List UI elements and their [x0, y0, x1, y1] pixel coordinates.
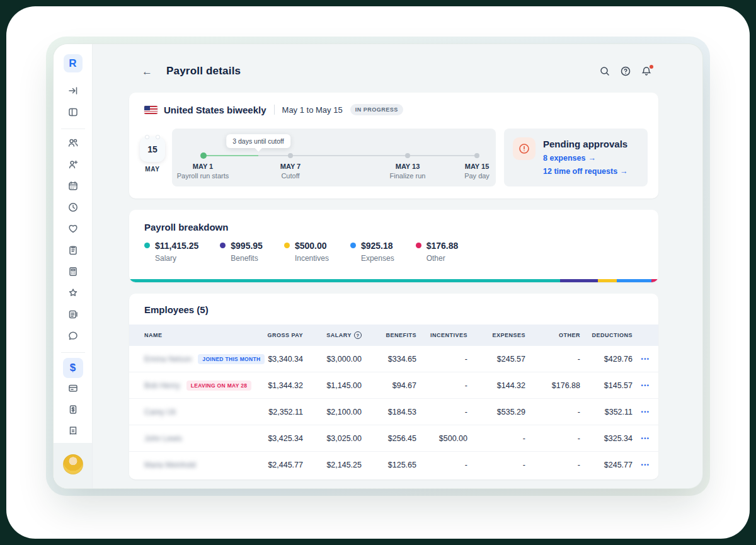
- sidebar-item-calendar[interactable]: [63, 177, 83, 197]
- cell-gross: $2,352.11: [264, 408, 303, 416]
- card-icon: [67, 382, 79, 396]
- timeoff-approvals-link[interactable]: 12 time off requests→: [543, 167, 628, 176]
- sidebar-item-tasks[interactable]: [63, 241, 83, 261]
- employee-name-redacted: John Lewis: [144, 434, 182, 443]
- column-header-other[interactable]: OTHER: [525, 332, 580, 338]
- pending-approvals-title: Pending approvals: [543, 139, 627, 149]
- table-row[interactable]: Carey Uti $2,352.11 $2,100.00 $184.53 - …: [129, 399, 658, 425]
- expenses-approvals-link[interactable]: 8 expenses→: [543, 154, 596, 163]
- column-header-benefits[interactable]: BENEFITS: [362, 332, 416, 338]
- main-area: ← Payroll details United States biweekly…: [93, 44, 702, 488]
- sidebar-item-star[interactable]: [63, 284, 83, 304]
- column-header-incentives[interactable]: INCENTIVES: [416, 332, 467, 338]
- cell-other: -: [525, 461, 580, 469]
- sidebar-item-payments[interactable]: [63, 379, 83, 399]
- cell-gross: $3,340.34: [264, 355, 303, 364]
- row-more-actions-icon[interactable]: •••: [633, 462, 658, 468]
- run-period: May 1 to May 15: [282, 105, 343, 115]
- cell-gross: $3,425.34: [264, 434, 303, 443]
- column-header-gross-pay[interactable]: GROSS PAY: [264, 332, 303, 338]
- bar-segment-expenses: [617, 279, 651, 282]
- bar-segment-benefits: [560, 279, 598, 282]
- cell-salary: $2,100.00: [303, 408, 362, 416]
- column-header-name[interactable]: NAME: [129, 332, 264, 338]
- payroll-run-card: United States biweekly May 1 to May 15 I…: [129, 93, 658, 198]
- column-header-salary[interactable]: SALARY ?: [303, 331, 362, 339]
- row-more-actions-icon[interactable]: •••: [633, 356, 658, 362]
- cell-incentives: -: [416, 355, 467, 364]
- sidebar-item-add-member[interactable]: [63, 156, 83, 176]
- run-title: United States biweekly: [164, 105, 266, 115]
- cell-incentives: -: [416, 381, 467, 390]
- pending-approvals-panel: Pending approvals 8 expenses→ 12 time of…: [504, 129, 648, 186]
- add-member-icon: [67, 159, 79, 173]
- legend-label: Other: [427, 254, 459, 263]
- back-button[interactable]: ←: [142, 66, 152, 77]
- column-header-expenses[interactable]: EXPENSES: [467, 332, 525, 338]
- app-logo[interactable]: R: [64, 54, 83, 72]
- clipboard-icon: [67, 244, 79, 258]
- sidebar-item-documents[interactable]: [63, 306, 83, 326]
- app-window: R: [54, 44, 702, 488]
- clock-icon: [67, 202, 79, 215]
- table-row[interactable]: John Lewis $3,425.34 $3,025.00 $256.45 $…: [129, 425, 658, 452]
- sidebar-item-benefits[interactable]: [63, 220, 83, 240]
- sidebar-footer: [54, 443, 92, 488]
- row-more-actions-icon[interactable]: •••: [633, 382, 658, 389]
- legend-label: Expenses: [361, 254, 394, 263]
- row-more-actions-icon[interactable]: •••: [633, 409, 658, 415]
- user-avatar[interactable]: [63, 454, 83, 474]
- cell-deductions: $429.76: [580, 355, 633, 364]
- notifications-bell-icon[interactable]: [641, 66, 652, 77]
- joined-badge: JOINED THIS MONTH: [198, 354, 265, 364]
- legend-item-expenses: $925.18 Expenses: [350, 240, 394, 263]
- search-icon[interactable]: [599, 66, 610, 77]
- milestone-dot-cutoff: [288, 153, 293, 158]
- dollar-icon: $: [70, 362, 76, 374]
- table-row[interactable]: Bob Henry LEAVING ON MAY 28 $1,344.32 $1…: [129, 372, 658, 399]
- table-row[interactable]: Emma Nelson JOINED THIS MONTH $3,340.34 …: [129, 346, 658, 372]
- help-icon[interactable]: [620, 66, 631, 77]
- link-label: 12 time off requests: [543, 167, 617, 176]
- arrow-right-icon: →: [588, 154, 596, 163]
- sidebar-item-expenses[interactable]: [63, 422, 83, 442]
- column-header-deductions[interactable]: DEDUCTIONS: [580, 332, 633, 338]
- cell-expenses: $245.57: [467, 355, 525, 364]
- milestone-date: MAY 7: [280, 163, 301, 170]
- employees-card: Employees (5) NAME GROSS PAY SALARY ? BE…: [129, 294, 658, 479]
- sidebar-item-log-in[interactable]: [63, 82, 83, 102]
- sidebar-item-invoices[interactable]: [63, 401, 83, 421]
- cell-benefits: $184.53: [362, 408, 416, 416]
- salary-help-icon[interactable]: ?: [354, 331, 362, 339]
- column-label: SALARY: [326, 332, 352, 338]
- cell-salary: $3,000.00: [303, 355, 362, 364]
- sidebar-item-team[interactable]: [63, 134, 83, 154]
- chat-icon: [67, 330, 79, 344]
- sidebar-item-payroll[interactable]: $: [63, 358, 83, 378]
- cell-salary: $1,145.00: [303, 381, 362, 390]
- employee-name-redacted: Bob Henry: [144, 381, 180, 390]
- cell-other: -: [525, 408, 580, 416]
- legend-item-incentives: $500.00 Incentives: [284, 240, 329, 263]
- sidebar-item-calculator[interactable]: [63, 263, 83, 283]
- legend-dot-other: [416, 243, 421, 248]
- cell-benefits: $256.45: [362, 434, 416, 443]
- milestone-label: Cutoff: [280, 172, 301, 180]
- cell-benefits: $94.67: [362, 381, 416, 390]
- page-content: United States biweekly May 1 to May 15 I…: [129, 83, 658, 479]
- bar-segment-other: [651, 279, 658, 282]
- milestone-dot-payday: [474, 153, 479, 158]
- sidebar-item-time[interactable]: [63, 198, 83, 219]
- alert-icon: [513, 137, 536, 160]
- sidebar-item-panel[interactable]: [63, 103, 83, 123]
- employee-name-redacted: Maria Meinhold: [144, 461, 196, 469]
- sidebar-item-messages[interactable]: [63, 327, 83, 347]
- row-more-actions-icon[interactable]: •••: [633, 435, 658, 442]
- table-row[interactable]: Maria Meinhold $2,445.77 $2,145.25 $125.…: [129, 452, 658, 478]
- cell-expenses: -: [467, 461, 525, 469]
- cell-incentives: -: [416, 408, 467, 416]
- legend-amount: $500.00: [295, 241, 327, 251]
- cell-gross: $1,344.32: [264, 381, 303, 390]
- cell-deductions: $325.34: [580, 434, 633, 443]
- cell-benefits: $334.65: [362, 355, 416, 364]
